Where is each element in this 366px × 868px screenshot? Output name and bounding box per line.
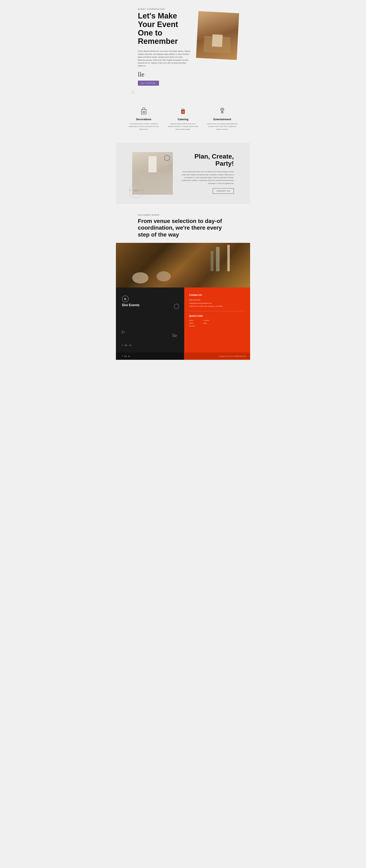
svg-point-6	[222, 109, 223, 110]
facebook-icon[interactable]: f	[122, 344, 123, 346]
footer-link-services[interactable]: Services	[189, 325, 195, 327]
footer-phone: (255) 352-6258	[189, 299, 245, 302]
catering-icon	[178, 106, 188, 116]
footer-links-col2: Contact Blog	[203, 319, 209, 327]
footer-ig-icon[interactable]: in	[128, 355, 130, 358]
service-title-decorations: Decorations	[128, 118, 159, 121]
svg-rect-7	[221, 113, 223, 113]
footer-bottom-right: Copyright © 2023 Divi. All Rights Reserv…	[184, 352, 250, 360]
hero-label: EVENT COORDINATOR	[138, 8, 228, 10]
footer-link-blog[interactable]: Blog	[203, 322, 209, 324]
svg-point-2	[143, 112, 144, 113]
twitter-icon[interactable]: tw	[125, 344, 127, 346]
footer-fb-icon[interactable]: f	[122, 355, 122, 358]
hero-description: Donec ultricies lobortis eros, nec aucto…	[138, 50, 191, 67]
plan-content: Plan, Create, Party! Donec ullamcorper l…	[181, 153, 234, 194]
footer-link-about[interactable]: About	[189, 322, 195, 324]
plan-description: Donec ullamcorper libero nisl, nec bland…	[181, 170, 234, 185]
featured-image	[116, 243, 250, 287]
featured-section: FEATURED EVENT From venue selection to d…	[116, 204, 250, 238]
service-item-catering: Catering Quisque aliquet velit sit amet,…	[167, 106, 198, 131]
footer-social: f tw in	[122, 344, 131, 346]
service-title-entertainment: Entertainment	[207, 118, 238, 121]
footer-contact-info: (255) 352-6258 hello@diveventcoordinator…	[189, 299, 245, 308]
footer-right: Contact Us (255) 352-6258 hello@divevent…	[184, 287, 250, 352]
get-started-button[interactable]: GET STARTED	[138, 81, 159, 86]
footer-bottom-bar: f tw in Copyright © 2023 Divi. All Right…	[116, 352, 250, 360]
footer-contact-title: Contact Us	[189, 293, 245, 297]
hero-title: Let's Make Your Event One to Remember	[138, 12, 195, 46]
footer-signature-decoration: lle	[172, 333, 177, 338]
plan-badge: EVENT COORDINATOR · DIVI EVENTS ·	[129, 184, 143, 198]
plan-section: EVENT COORDINATOR · DIVI EVENTS · Plan, …	[116, 143, 250, 204]
entertainment-icon	[217, 106, 227, 116]
footer: D Divi Events ▷ lle f tw in Contact Us (…	[116, 287, 250, 352]
contact-us-button[interactable]: CONTACT US	[213, 188, 234, 194]
footer-circle-decoration	[174, 304, 179, 309]
footer-address: 1234 Divi St. #1900, San Francisco, CA 9…	[189, 305, 245, 308]
service-desc-decorations: Lorem ipsum dolor sit amet, consectetur …	[128, 122, 159, 131]
hero-image	[196, 11, 239, 60]
services-section: Decorations Lorem ipsum dolor sit amet, …	[116, 98, 250, 143]
featured-title: From venue selection to day-of coordinat…	[138, 218, 228, 238]
footer-bottom-left: f tw in	[116, 352, 184, 360]
services-grid: Decorations Lorem ipsum dolor sit amet, …	[128, 106, 238, 131]
footer-links-title: Quick Links	[189, 314, 245, 317]
decorations-icon	[139, 106, 149, 116]
hero-signature: lle	[138, 71, 144, 78]
footer-links-grid: Home About Services Contact Blog	[189, 319, 245, 327]
footer-logo: D	[122, 296, 129, 302]
service-title-catering: Catering	[167, 118, 198, 121]
footer-divider	[189, 311, 245, 311]
footer-links-col1: Home About Services	[189, 319, 195, 327]
service-desc-entertainment: Luctus luctus non quisque turpis bibendu…	[207, 122, 238, 131]
service-item-entertainment: Entertainment Luctus luctus non quisque …	[207, 106, 238, 131]
footer-brand-name: Divi Events	[122, 303, 178, 307]
service-desc-catering: Quisque aliquet velit sit amet, sem inte…	[167, 122, 198, 131]
footer-link-home[interactable]: Home	[189, 319, 195, 321]
featured-label: FEATURED EVENT	[138, 214, 228, 216]
play-icon: ▷	[122, 329, 125, 334]
footer-tw-icon[interactable]: tw	[124, 355, 126, 358]
footer-email: hello@diveventcoordinator.com	[189, 302, 245, 305]
hero-section: ▷ EVENT COORDINATOR Let's Make Your Even…	[116, 0, 250, 98]
footer-left: D Divi Events ▷ lle f tw in	[116, 287, 184, 352]
plan-image-container: EVENT COORDINATOR · DIVI EVENTS ·	[132, 152, 173, 195]
footer-link-contact[interactable]: Contact	[203, 319, 209, 321]
copyright-text: Copyright © 2023 Divi. All Rights Reserv…	[219, 355, 246, 357]
triangle-decoration-bottom: △	[131, 89, 134, 94]
svg-rect-4	[182, 111, 184, 113]
hero-signature-area: lle	[138, 71, 228, 78]
plan-title: Plan, Create, Party!	[181, 153, 234, 167]
service-item-decorations: Decorations Lorem ipsum dolor sit amet, …	[128, 106, 159, 131]
instagram-icon[interactable]: in	[129, 344, 131, 346]
plan-circle-decoration	[164, 155, 170, 161]
